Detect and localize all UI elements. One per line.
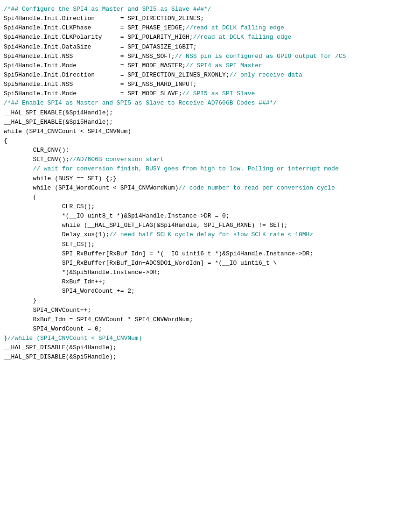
code-line: Spi4Handle.Init.CLKPhase = SPI_PHASE_1ED… (4, 23, 416, 33)
code-line: { (4, 136, 416, 146)
code-line: Spi4Handle.Init.DataSize = SPI_DATASIZE_… (4, 42, 416, 52)
code-line: SPI4_WordCount += 2; (4, 287, 416, 296)
code-line: SET_CS(); (4, 240, 416, 249)
code-text: Spi4Handle.Init.Mode = SPI_MODE_MASTER; (4, 62, 186, 69)
inline-comment: //while (SPI4_CNVCount < SPI4_CNVNum) (7, 335, 142, 342)
code-text: Spi5Handle.Init.Mode = SPI_MODE_SLAVE; (4, 90, 182, 97)
code-line: while (SPI4_WordCount < SPI4_CNVWordNum)… (4, 183, 416, 193)
code-line: SPI_RxBuffer[RxBuf_Idn+ADCSDO1_WordIdn] … (4, 259, 416, 268)
code-line: SPI4_CNVCount++; (4, 306, 416, 315)
code-line: Spi4Handle.Init.Mode = SPI_MODE_MASTER;/… (4, 61, 416, 70)
code-line: __HAL_SPI_ENABLE(&Spi5Handle); (4, 118, 416, 127)
code-line: /*## Enable SPI4 as Master and SPI5 as S… (4, 99, 416, 108)
comment-text: /*## Configure the SPI4 as Master and SP… (4, 6, 211, 13)
code-line: CLR_CS(); (4, 202, 416, 211)
comment-text: /*## Enable SPI4 as Master and SPI5 as S… (4, 99, 277, 106)
inline-comment: // SPI5 as SPI Slave (182, 90, 255, 97)
code-line: // wait for conversion finish, BUSY goes… (4, 164, 416, 174)
code-line: __HAL_SPI_DISABLE(&Spi5Handle); (4, 352, 416, 362)
inline-comment: //read at DCLK falling edge (186, 24, 284, 31)
code-line: RxBuf_Idn = SPI4_CNVCount * SPI4_CNVWord… (4, 315, 416, 324)
inline-comment: // SPI4 as SPI Master (186, 62, 262, 69)
inline-comment: // need half SCLK cycle delay for slow S… (109, 231, 313, 238)
code-text: Spi4Handle.Init.CLKPhase = SPI_PHASE_1ED… (4, 24, 186, 31)
code-line: *)&Spi5Handle.Instance->DR; (4, 268, 416, 277)
code-container: /*## Configure the SPI4 as Master and SP… (4, 5, 416, 362)
comment-text: // wait for conversion finish, BUSY goes… (4, 165, 339, 172)
code-text: while (SPI4_WordCount < SPI4_CNVWordNum) (4, 184, 178, 191)
code-line: CLR_CNV(); (4, 146, 416, 155)
code-line: /*## Configure the SPI4 as Master and SP… (4, 5, 416, 14)
code-line: RxBuf_Idn++; (4, 277, 416, 287)
code-line: __HAL_SPI_DISABLE(&Spi4Handle); (4, 343, 416, 352)
code-line: while (SPI4_CNVCount < SPI4_CNVNum) (4, 127, 416, 136)
code-line: } (4, 296, 416, 305)
code-text: SET_CNV(); (4, 156, 69, 163)
code-line: { (4, 193, 416, 202)
code-text: Spi5Handle.Init.Direction = SPI_DIRECTIO… (4, 71, 230, 78)
code-text: Spi4Handle.Init.CLKPolarity = SPI_POLARI… (4, 34, 193, 41)
code-line: *(__IO uint8_t *)&Spi4Handle.Instance->D… (4, 211, 416, 221)
code-line: Spi4Handle.Init.Direction = SPI_DIRECTIO… (4, 14, 416, 23)
code-line: Delay_xus(1);// need half SCLK cycle del… (4, 230, 416, 239)
inline-comment: // NSS pin is configured as GPIO output … (175, 53, 346, 60)
code-line: Spi4Handle.Init.NSS = SPI_NSS_SOFT;// NS… (4, 52, 416, 61)
inline-comment: // only receive data (230, 71, 302, 78)
code-line: SPI4_WordCount = 0; (4, 324, 416, 334)
code-line: SPI_RxBuffer[RxBuf_Idn] = *(__IO uint16_… (4, 249, 416, 259)
code-text: Delay_xus(1); (4, 231, 109, 238)
code-line: SET_CNV();//AD7606B conversion start (4, 155, 416, 164)
code-line: }//while (SPI4_CNVCount < SPI4_CNVNum) (4, 334, 416, 343)
inline-comment: //read at DCLK falling edge (193, 34, 292, 41)
code-line: __HAL_SPI_ENABLE(&Spi4Handle); (4, 108, 416, 118)
inline-comment: // code number to read per conversion cy… (178, 184, 335, 191)
code-line: while (BUSY == SET) {;} (4, 174, 416, 183)
inline-comment: //AD7606B conversion start (69, 156, 164, 163)
code-text: Spi4Handle.Init.NSS = SPI_NSS_SOFT; (4, 53, 175, 60)
code-line: while (__HAL_SPI_GET_FLAG(&Spi4Handle, S… (4, 221, 416, 230)
code-line: Spi4Handle.Init.CLKPolarity = SPI_POLARI… (4, 33, 416, 42)
code-line: Spi5Handle.Init.Mode = SPI_MODE_SLAVE;//… (4, 89, 416, 99)
code-line: Spi5Handle.Init.Direction = SPI_DIRECTIO… (4, 70, 416, 80)
code-text: } (4, 335, 7, 342)
code-line: Spi5Handle.Init.NSS = SPI_NSS_HARD_INPUT… (4, 80, 416, 89)
